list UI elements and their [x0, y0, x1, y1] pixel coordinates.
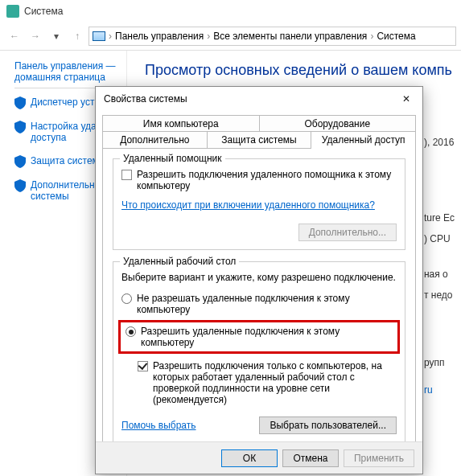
bg-info: ), 2016 ture Ec ) CPU ная о т недо рупп …	[424, 137, 455, 405]
sidebar-item-label: Дополнительнь системы	[31, 179, 100, 203]
breadcrumb[interactable]: Панель управления	[115, 31, 204, 42]
radio-label: Разрешить удаленные подключения к этому …	[141, 326, 393, 348]
tab-hardware[interactable]: Оборудование	[260, 115, 417, 132]
pc-icon	[93, 31, 105, 41]
shield-icon	[14, 121, 26, 133]
window-title: Система	[24, 6, 63, 17]
sidebar-item-label: Настройка уда доступа	[31, 121, 97, 144]
radio-icon	[121, 293, 132, 304]
checkbox-label: Разрешить подключения только с компьютер…	[153, 360, 397, 405]
checkbox-label: Разрешить подключения удаленного помощни…	[137, 169, 397, 191]
assistance-help-link[interactable]: Что происходит при включении удаленного …	[121, 199, 375, 211]
tab-protection[interactable]: Защита системы	[208, 131, 312, 148]
tab-panel-remote: Удаленный помощник Разрешить подключения…	[102, 148, 416, 470]
up-button[interactable]: ↑	[68, 27, 87, 46]
radio-label: Не разрешать удаленные подключения к это…	[137, 293, 397, 315]
tab-remote[interactable]: Удаленный доступ	[311, 131, 416, 148]
breadcrumb[interactable]: Все элементы панели управления	[213, 31, 367, 42]
rd-option-disallow[interactable]: Не разрешать удаленные подключения к это…	[121, 293, 397, 315]
assistance-advanced-button: Дополнительно...	[298, 224, 397, 241]
dialog-title: Свойства системы	[104, 93, 187, 105]
chevron-right-icon: ›	[109, 31, 112, 42]
group-remote-assistance: Удаленный помощник Разрешить подключения…	[113, 158, 405, 250]
help-choose-link[interactable]: Помочь выбрать	[121, 420, 196, 431]
radio-icon	[126, 326, 136, 337]
ok-button[interactable]: ОК	[221, 449, 278, 467]
close-button[interactable]: ✕	[395, 90, 418, 108]
shield-icon	[14, 96, 26, 109]
address-bar[interactable]: › Панель управления › Все элементы панел…	[88, 27, 456, 46]
cancel-button[interactable]: Отмена	[282, 449, 339, 467]
sidebar-item-label: Диспетчер устр	[31, 96, 100, 108]
breadcrumb[interactable]: Система	[377, 31, 415, 42]
chevron-right-icon: ›	[370, 31, 373, 42]
sidebar-item-label: Защита систем	[31, 155, 99, 166]
system-icon	[6, 5, 19, 18]
page-title: Просмотр основных сведений о вашем компь	[145, 62, 458, 79]
forward-button[interactable]: →	[26, 27, 45, 46]
window-titlebar: Система	[0, 0, 461, 23]
tab-computer-name[interactable]: Имя компьютера	[102, 115, 260, 132]
dialog-titlebar[interactable]: Свойства системы ✕	[96, 87, 422, 111]
group-remote-desktop: Удаленный рабочий стол Выберите вариант …	[113, 261, 405, 445]
apply-button: Применить	[344, 449, 414, 467]
dialog-buttons: ОК Отмена Применить	[96, 441, 422, 474]
allow-assistance-check[interactable]: Разрешить подключения удаленного помощни…	[121, 169, 397, 191]
group-title: Удаленный рабочий стол	[120, 256, 239, 267]
select-users-button[interactable]: Выбрать пользователей...	[259, 416, 397, 434]
group-title: Удаленный помощник	[120, 153, 225, 164]
checkbox-icon	[138, 361, 148, 371]
system-properties-dialog: Свойства системы ✕ Имя компьютера Оборуд…	[95, 86, 423, 474]
rd-description: Выберите вариант и укажите, кому разреше…	[121, 272, 397, 283]
checkbox-icon	[121, 170, 132, 180]
rd-nla-check[interactable]: Разрешить подключения только с компьютер…	[138, 360, 397, 405]
highlight-box: Разрешить удаленные подключения к этому …	[118, 320, 400, 354]
shield-icon	[14, 155, 26, 168]
nav-bar: ← → ▾ ↑ › Панель управления › Все элемен…	[0, 23, 461, 50]
tab-advanced[interactable]: Дополнительно	[102, 131, 208, 148]
history-chevron-icon[interactable]: ▾	[47, 27, 66, 46]
back-button[interactable]: ←	[5, 27, 24, 46]
sidebar-home-link[interactable]: Панель управления —домашняя страница	[14, 60, 123, 83]
close-icon: ✕	[402, 93, 410, 105]
shield-icon	[14, 179, 26, 192]
chevron-right-icon: ›	[207, 31, 210, 42]
rd-option-allow[interactable]: Разрешить удаленные подключения к этому …	[126, 326, 393, 348]
